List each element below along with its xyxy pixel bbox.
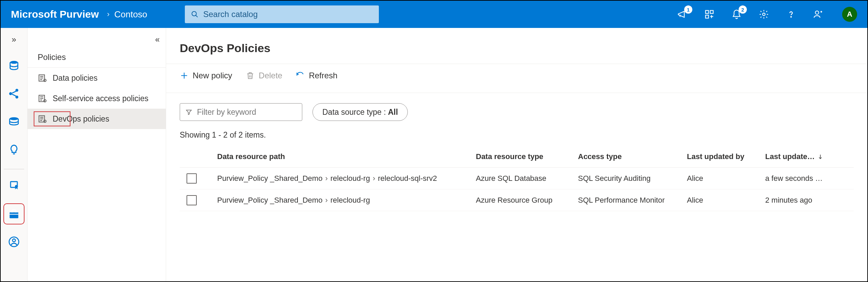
row-checkbox[interactable] bbox=[187, 195, 197, 205]
announcements-badge: 1 bbox=[684, 5, 692, 14]
left-rail: » bbox=[1, 28, 28, 281]
col-header-updated-by[interactable]: Last updated by bbox=[687, 152, 765, 161]
datasource-type-filter[interactable]: Data source type : All bbox=[312, 103, 408, 121]
user-avatar[interactable]: A bbox=[842, 7, 857, 22]
rail-item-data-estate[interactable] bbox=[5, 113, 22, 130]
filter-icon bbox=[186, 108, 192, 116]
sidepanel-title: Policies bbox=[28, 46, 166, 68]
database-icon bbox=[8, 60, 20, 72]
filter-keyword-box[interactable] bbox=[180, 103, 302, 121]
share-nodes-icon bbox=[8, 88, 20, 99]
table-row[interactable]: Purview_Policy _Shared_Demo›relecloud-rg… bbox=[180, 189, 854, 211]
svg-rect-2 bbox=[706, 11, 709, 14]
sidepanel-item-label: Data policies bbox=[53, 74, 98, 83]
col-header-access[interactable]: Access type bbox=[578, 152, 687, 161]
breadcrumb-account[interactable]: Contoso bbox=[114, 9, 147, 20]
svg-point-21 bbox=[44, 100, 46, 102]
trash-icon bbox=[246, 71, 255, 80]
svg-point-7 bbox=[815, 11, 819, 14]
cell-resource-type: Azure Resource Group bbox=[476, 196, 578, 205]
cell-updated-by: Alice bbox=[687, 196, 765, 205]
main-content: DevOps Policies New policy Delete Refres… bbox=[166, 28, 867, 281]
svg-point-8 bbox=[10, 61, 18, 64]
policy-icon bbox=[38, 73, 47, 83]
cell-updated-on: a few seconds … bbox=[765, 174, 854, 183]
refresh-button[interactable]: Refresh bbox=[296, 71, 337, 80]
breadcrumb-separator: › bbox=[107, 10, 109, 19]
policy-icon bbox=[38, 94, 47, 103]
cell-access-type: SQL Performance Monitor bbox=[578, 196, 687, 205]
search-box[interactable] bbox=[185, 5, 379, 23]
sidepanel-item-label: Self-service access policies bbox=[53, 94, 148, 103]
row-checkbox[interactable] bbox=[187, 173, 197, 184]
cell-updated-on: 2 minutes ago bbox=[765, 196, 854, 205]
gear-icon bbox=[759, 9, 769, 19]
pill-value: All bbox=[388, 108, 398, 117]
svg-point-19 bbox=[44, 79, 46, 82]
notifications-badge: 2 bbox=[739, 5, 747, 14]
sidepanel-item-devops-policies[interactable]: DevOps policies bbox=[28, 109, 166, 129]
rail-expand-button[interactable]: » bbox=[4, 33, 24, 46]
sidepanel-collapse-button[interactable]: « bbox=[155, 35, 160, 44]
refresh-icon bbox=[296, 71, 305, 80]
pill-label: Data source type : bbox=[322, 108, 386, 117]
lightbulb-icon bbox=[8, 144, 20, 155]
button-label: Refresh bbox=[309, 71, 337, 80]
svg-point-12 bbox=[10, 117, 18, 120]
page-title: DevOps Policies bbox=[166, 28, 867, 64]
cell-resource-path: Purview_Policy _Shared_Demo›relecloud-rg… bbox=[217, 174, 476, 183]
ribbon-icon bbox=[8, 180, 20, 192]
side-panel: « Policies Data policies Self-service ac… bbox=[28, 28, 166, 281]
svg-rect-15 bbox=[10, 214, 18, 215]
selection-highlight bbox=[34, 111, 70, 126]
search-input[interactable] bbox=[203, 10, 373, 19]
table-header-row: Data resource path Data resource type Ac… bbox=[180, 146, 854, 168]
cell-resource-path: Purview_Policy _Shared_Demo›relecloud-rg bbox=[217, 196, 476, 205]
settings-button[interactable] bbox=[757, 7, 771, 21]
sort-descending-icon bbox=[817, 154, 823, 160]
col-header-updated-on[interactable]: Last update… bbox=[765, 152, 854, 161]
collections-button[interactable] bbox=[703, 7, 716, 21]
sidepanel-item-self-service[interactable]: Self-service access policies bbox=[28, 88, 166, 109]
table-row[interactable]: Purview_Policy _Shared_Demo›relecloud-rg… bbox=[180, 168, 854, 189]
plus-icon bbox=[180, 71, 189, 80]
toolbox-icon bbox=[8, 208, 20, 220]
cell-updated-by: Alice bbox=[687, 174, 765, 183]
collections-icon bbox=[704, 9, 714, 19]
feedback-icon bbox=[813, 9, 823, 19]
notifications-button[interactable]: 2 bbox=[730, 7, 743, 21]
rail-item-data-catalog[interactable] bbox=[5, 57, 22, 74]
button-label: Delete bbox=[259, 71, 282, 80]
svg-point-0 bbox=[192, 12, 196, 16]
svg-point-6 bbox=[791, 17, 791, 17]
rail-item-data-map[interactable] bbox=[5, 85, 22, 102]
announcements-button[interactable]: 1 bbox=[675, 7, 689, 21]
svg-point-9 bbox=[9, 92, 12, 95]
rail-item-certifications[interactable] bbox=[5, 177, 22, 194]
feedback-button[interactable] bbox=[811, 7, 825, 21]
svg-rect-4 bbox=[706, 15, 709, 18]
cell-access-type: SQL Security Auditing bbox=[578, 174, 687, 183]
col-header-type[interactable]: Data resource type bbox=[476, 152, 578, 161]
svg-line-1 bbox=[196, 15, 198, 17]
cell-resource-type: Azure SQL Database bbox=[476, 174, 578, 183]
rail-item-insights[interactable] bbox=[5, 141, 22, 158]
search-icon bbox=[191, 10, 198, 18]
result-count: Showing 1 - 2 of 2 items. bbox=[166, 121, 867, 146]
stack-icon bbox=[8, 116, 20, 127]
col-header-path[interactable]: Data resource path bbox=[217, 152, 476, 161]
help-icon bbox=[786, 9, 796, 19]
person-circle-icon bbox=[8, 236, 20, 248]
svg-rect-3 bbox=[710, 11, 713, 14]
new-policy-button[interactable]: New policy bbox=[180, 71, 232, 80]
delete-button: Delete bbox=[246, 71, 282, 80]
button-label: New policy bbox=[193, 71, 232, 80]
filter-keyword-input[interactable] bbox=[197, 108, 296, 117]
sidepanel-item-data-policies[interactable]: Data policies bbox=[28, 68, 166, 88]
rail-item-privacy[interactable] bbox=[5, 233, 22, 250]
svg-point-17 bbox=[13, 239, 16, 242]
help-button[interactable] bbox=[784, 7, 798, 21]
rail-item-policy[interactable] bbox=[5, 205, 22, 222]
brand[interactable]: Microsoft Purview bbox=[7, 9, 102, 20]
app-header: Microsoft Purview › Contoso 1 2 bbox=[1, 1, 867, 28]
